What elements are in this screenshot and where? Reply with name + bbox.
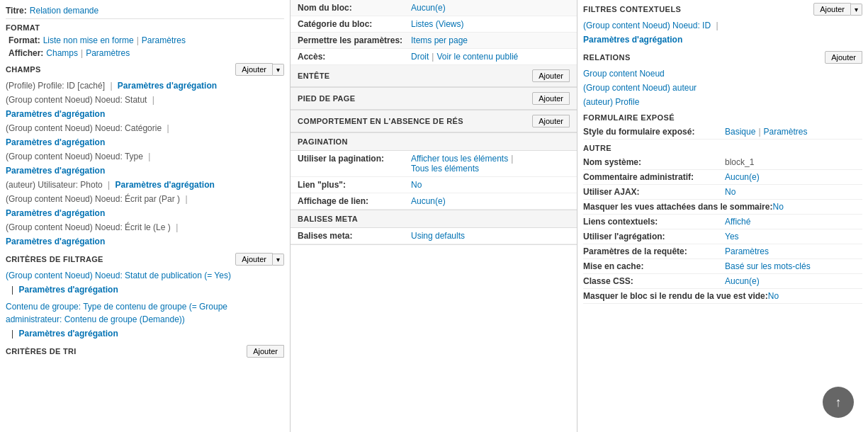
style-values: Basique | Paramètres (725, 127, 808, 137)
acces-row: Accès: Droit | Voir le contenu publié (291, 49, 577, 65)
pied-add-button[interactable]: Ajouter (532, 92, 570, 105)
style-label: Style du formulaire exposé: (583, 127, 725, 137)
back-to-top-button[interactable]: ↑ (823, 387, 854, 418)
field-item: (Group content Noeud) Noeud: Statut | (6, 93, 284, 107)
style-value[interactable]: Basique (725, 127, 755, 137)
comportement-section: COMPORTEMENT EN L'ABSENCE DE RÉS Ajouter (291, 110, 577, 133)
field-agg-link[interactable]: Paramètres d'agrégation (6, 137, 105, 147)
format-params-link[interactable]: Paramètres (142, 35, 186, 45)
format-section-header: FORMAT (6, 23, 284, 32)
champs-section-header: CHAMPS Ajouter ▾ (6, 63, 284, 76)
filtrage-link-1[interactable]: (Group content Noeud) Noeud: Statut de p… (6, 271, 231, 280)
permettre-value[interactable]: Items per page (411, 35, 468, 45)
entete-section: ENTÊTE Ajouter (291, 65, 577, 88)
format-value[interactable]: Liste non mise en forme (43, 35, 134, 45)
autre-section-title: AUTRE (583, 144, 611, 152)
filtrage-add-group: Ajouter ▾ (235, 253, 284, 266)
autre-value-1[interactable]: Aucun(e) (725, 172, 760, 182)
pagination-value[interactable]: Afficher tous les éléments (411, 154, 508, 164)
field-agg-link[interactable]: Paramètres d'agrégation (118, 81, 217, 91)
autre-value-8[interactable]: Aucun(e) (725, 276, 760, 286)
filtres-link-1[interactable]: (Group content Noeud) Noeud: ID (583, 21, 711, 30)
relations-link-1[interactable]: Group content Noeud (583, 69, 665, 79)
filtrage-agg-1: | Paramètres d'agrégation (6, 283, 284, 297)
permettre-label: Permettre les paramètres: (298, 35, 411, 45)
filtres-section: FILTRES CONTEXTUELS Ajouter ▾ (Group con… (583, 3, 862, 47)
relations-link-3[interactable]: (auteur) Profile (583, 97, 639, 107)
field-agg-link[interactable]: Paramètres d'agrégation (6, 109, 105, 119)
field-agg-link[interactable]: Paramètres d'agrégation (6, 237, 105, 246)
champs-add-button[interactable]: Ajouter (235, 63, 273, 76)
relations-link-2[interactable]: (Group content Noeud) auteur (583, 83, 697, 93)
field-agg-row: Paramètres d'agrégation (6, 135, 284, 149)
titre-value[interactable]: Relation demande (30, 6, 98, 16)
pagination-row: Utiliser la pagination: Afficher tous le… (291, 151, 577, 177)
filtres-add-button[interactable]: Ajouter (813, 3, 851, 16)
field-item: (Group content Noeud) Noeud: Écrit par (… (6, 192, 284, 206)
affichage-lien-label: Affichage de lien: (298, 196, 411, 206)
autre-row-4: Liens contextuels: Affiché (583, 215, 862, 229)
categorie-row: Catégorie du bloc: Listes (Views) (291, 16, 577, 33)
categorie-value[interactable]: Listes (Views) (411, 19, 463, 29)
balises-title: BALISES META (298, 215, 358, 223)
autre-value-4[interactable]: Affiché (725, 217, 750, 227)
entete-add-button[interactable]: Ajouter (532, 69, 570, 82)
relations-field-1: Group content Noeud (583, 67, 862, 81)
afficher-row: Afficher: Champs | Paramètres (9, 47, 284, 59)
acces-value[interactable]: Droit (411, 52, 429, 62)
filtrage-add-button[interactable]: Ajouter (235, 253, 273, 266)
comportement-add-button[interactable]: Ajouter (532, 115, 570, 127)
autre-label-1: Commentaire administratif: (583, 172, 725, 182)
afficher-value[interactable]: Champs (46, 48, 78, 58)
autre-value-5[interactable]: Yes (725, 232, 739, 241)
filtres-section-title: FILTRES CONTEXTUELS (583, 5, 681, 13)
autre-value-7[interactable]: Basé sur les mots-clés (725, 261, 811, 271)
balises-value[interactable]: Using defaults (411, 231, 465, 241)
autre-value-2[interactable]: No (725, 187, 735, 197)
style-params-link[interactable]: Paramètres (764, 127, 808, 137)
lien-plus-row: Lien "plus": No (291, 177, 577, 193)
field-agg-row: Paramètres d'agrégation (6, 206, 284, 220)
filtrage-field-2: Contenu de groupe: Type de contenu de gr… (6, 300, 284, 326)
pied-title: PIED DE PAGE (298, 94, 355, 103)
affichage-lien-value[interactable]: Aucun(e) (411, 196, 446, 206)
style-row: Style du formulaire exposé: Basique | Pa… (583, 125, 862, 140)
autre-section-header: AUTRE (583, 144, 862, 152)
pagination-section: PAGINATION Utiliser la pagination: Affic… (291, 133, 577, 210)
filtres-add-arrow[interactable]: ▾ (851, 4, 862, 16)
pagination-section-header: PAGINATION (291, 133, 577, 151)
separator-format: | (137, 35, 139, 45)
champs-add-arrow[interactable]: ▾ (273, 64, 284, 76)
field-item: (Group content Noeud) Noeud: Catégorie | (6, 121, 284, 135)
field-agg-link[interactable]: Paramètres d'agrégation (6, 208, 105, 218)
pagination-label: Utiliser la pagination: (298, 154, 411, 164)
autre-row-8: Classe CSS: Aucun(e) (583, 274, 862, 289)
relations-section-header: RELATIONS Ajouter (583, 51, 862, 64)
pagination-link2[interactable]: Tous les éléments (411, 164, 479, 174)
autre-value-9[interactable]: No (768, 291, 779, 301)
filtrage-link-2[interactable]: Contenu de groupe: Type de contenu de gr… (6, 302, 227, 324)
filtrage-agg-link-2[interactable]: Paramètres d'agrégation (18, 329, 118, 339)
filtrage-agg-link-1[interactable]: Paramètres d'agrégation (18, 285, 118, 295)
field-agg-link[interactable]: Paramètres d'agrégation (6, 166, 105, 176)
filtres-section-header: FILTRES CONTEXTUELS Ajouter ▾ (583, 3, 862, 16)
acces-link2[interactable]: Voir le contenu publié (436, 52, 518, 62)
field-item: (Group content Noeud) Noeud: Écrit le (L… (6, 220, 284, 234)
filtres-agg-link[interactable]: Paramètres d'agrégation (583, 35, 682, 45)
relations-add-button[interactable]: Ajouter (825, 51, 862, 64)
afficher-params-link[interactable]: Paramètres (86, 48, 130, 58)
filtrage-add-arrow[interactable]: ▾ (273, 254, 284, 266)
field-agg-link[interactable]: Paramètres d'agrégation (115, 180, 215, 190)
tri-add-button[interactable]: Ajouter (247, 345, 284, 358)
autre-value-3[interactable]: No (772, 202, 783, 212)
lien-plus-value[interactable]: No (411, 180, 422, 190)
nom-bloc-label: Nom du bloc: (298, 3, 411, 13)
field-text: (Group content Noeud) Noeud: Écrit par (… (6, 194, 180, 204)
field-item: (Group content Noeud) Noeud: Type | (6, 149, 284, 164)
filtrage-agg-2: | Paramètres d'agrégation (6, 326, 284, 341)
autre-value-6[interactable]: Paramètres (725, 246, 769, 256)
autre-row-5: Utiliser l'agrégation: Yes (583, 229, 862, 244)
nom-bloc-value[interactable]: Aucun(e) (411, 3, 446, 13)
nom-bloc-row: Nom du bloc: Aucun(e) (291, 0, 577, 16)
autre-label-8: Classe CSS: (583, 276, 725, 286)
